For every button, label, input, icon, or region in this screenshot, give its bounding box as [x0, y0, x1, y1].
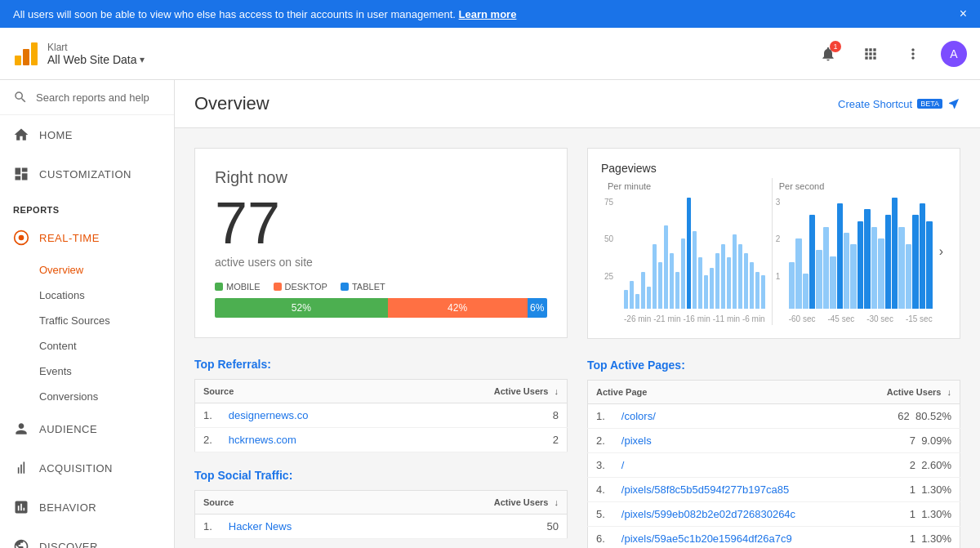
left-column: Right now 77 active users on site MOBILE: [194, 148, 568, 548]
sidebar: Search reports and help HOME CUSTOMIZATI…: [0, 80, 175, 548]
sort-icon: ↓: [555, 386, 559, 396]
chart-bar: [630, 281, 634, 309]
acquisition-label: ACQUISITION: [39, 462, 113, 474]
chart-bar: [823, 227, 829, 309]
sidebar-subitem-overview[interactable]: Overview: [0, 257, 174, 283]
rank-cell: 2.: [588, 429, 613, 453]
sidebar-subitem-conversions[interactable]: Conversions: [0, 384, 174, 409]
rank-cell: 6.: [588, 527, 613, 549]
page-link[interactable]: /: [621, 459, 625, 471]
chart-bar: [624, 290, 628, 309]
per-minute-chart: 75 50 25 -26 min -21 min: [601, 194, 772, 325]
svg-rect-2: [31, 42, 38, 65]
chart-bar: [727, 257, 731, 309]
chart-nav[interactable]: ›: [936, 178, 947, 325]
users-cell: 1 1.30%: [856, 502, 960, 527]
page-title: Overview: [194, 93, 270, 114]
social-users-col: Active Users ↓: [392, 491, 568, 515]
social-sort-icon: ↓: [555, 497, 559, 507]
source-link[interactable]: Hacker News: [229, 520, 292, 532]
top-social-title: Top Social Traffic:: [194, 469, 568, 482]
sidebar-subitem-traffic-sources[interactable]: Traffic Sources: [0, 308, 174, 333]
apps-button[interactable]: [856, 39, 885, 69]
device-distribution-bar: 52% 42% 6%: [215, 298, 547, 318]
sidebar-subitem-content[interactable]: Content: [0, 333, 174, 359]
source-link[interactable]: hckrnews.com: [229, 434, 296, 446]
svg-rect-1: [23, 49, 29, 65]
chart-bar: [733, 234, 737, 309]
chart-bar: [912, 215, 918, 309]
chart-bar: [693, 231, 697, 309]
referrals-users-col: Active Users ↓: [408, 380, 568, 403]
users-cell: 7 9.09%: [856, 429, 960, 453]
notification-badge: 1: [830, 41, 841, 52]
table-row: 6. /pixels/59ae5c1b20e15964df26a7c9 1 1.…: [588, 527, 960, 549]
svg-point-4: [19, 235, 24, 241]
sidebar-item-discover[interactable]: DISCOVER: [0, 527, 174, 548]
desktop-dot: [274, 283, 282, 291]
chart-bar: [926, 221, 932, 309]
discover-icon: [13, 538, 29, 548]
sidebar-item-customization[interactable]: CUSTOMIZATION: [0, 154, 174, 194]
source-link[interactable]: designernews.co: [229, 409, 309, 421]
chart-bar: [920, 203, 925, 309]
page-link[interactable]: /pixels: [621, 434, 652, 447]
source-cell: designernews.co: [220, 403, 408, 428]
sidebar-item-behavior[interactable]: BEHAVIOR: [0, 488, 174, 527]
users-cell: 62 80.52%: [856, 404, 960, 429]
rank-cell: 1.: [195, 403, 220, 428]
chart-bar: [664, 225, 668, 309]
sidebar-item-audience[interactable]: AUDIENCE: [0, 409, 174, 448]
sidebar-subitem-locations[interactable]: Locations: [0, 283, 174, 308]
chart-bar: [795, 238, 801, 309]
per-minute-label: Per minute: [601, 178, 772, 194]
right-column: Pageviews Per minute 75 50 25: [587, 148, 960, 548]
chart-bar: [850, 244, 856, 309]
rank-cell: 3.: [588, 453, 613, 478]
chart-bar: [641, 272, 645, 309]
users-cell: 8: [408, 403, 568, 428]
account-selector[interactable]: All Web Site Data ▾: [47, 53, 145, 66]
close-notification-button[interactable]: ×: [960, 7, 967, 21]
chart-bar: [871, 227, 877, 309]
page-link[interactable]: /colors/: [621, 410, 656, 422]
create-shortcut-button[interactable]: Create Shortcut BETA: [838, 97, 960, 110]
table-row: 1. /colors/ 62 80.52%: [588, 404, 960, 429]
sidebar-item-home[interactable]: HOME: [0, 115, 174, 154]
per-second-chart: 3 2 1 -60 sec -45 sec: [773, 194, 936, 325]
table-row: 1. designernews.co 8: [195, 403, 568, 428]
sidebar-item-acquisition[interactable]: ACQUISITION: [0, 448, 174, 488]
table-row: 2. hckrnews.com 2: [195, 428, 568, 452]
notifications-button[interactable]: 1: [813, 39, 843, 69]
user-avatar[interactable]: A: [941, 41, 967, 67]
brand-name: Klart: [47, 42, 145, 53]
learn-more-link[interactable]: Learn more: [459, 8, 517, 20]
rank-cell: 1.: [588, 404, 613, 429]
table-row: 3. / 2 2.60%: [588, 453, 960, 478]
chart-bar: [878, 238, 884, 309]
page-cell: /: [613, 453, 856, 478]
notification-bar: All users will soon be able to view who …: [0, 0, 980, 28]
table-row: 1. Hacker News 50: [195, 515, 568, 539]
page-cell: /colors/: [613, 404, 856, 429]
analytics-logo-icon: [13, 41, 39, 67]
page-link[interactable]: /pixels/58f8c5b5d594f277b197ca85: [621, 483, 789, 496]
sidebar-subitem-events[interactable]: Events: [0, 359, 174, 384]
page-cell: /pixels/599eb082b2e02d726830264c: [613, 502, 856, 527]
page-link[interactable]: /pixels/59ae5c1b20e15964df26a7c9: [621, 532, 792, 545]
chart-bar: [710, 268, 714, 309]
home-label: HOME: [39, 129, 73, 141]
behavior-icon: [13, 499, 29, 515]
page-link[interactable]: /pixels/599eb082b2e02d726830264c: [621, 508, 795, 520]
chart-bar: [647, 287, 651, 309]
tablet-label: TABLET: [352, 282, 385, 292]
active-page-col: Active Page: [588, 381, 857, 404]
more-options-button[interactable]: [898, 39, 928, 69]
chart-bar: [837, 203, 843, 309]
sidebar-search[interactable]: Search reports and help: [0, 80, 174, 115]
account-dropdown-arrow: ▾: [140, 54, 145, 65]
chart-bar: [738, 244, 742, 309]
sidebar-item-real-time[interactable]: REAL-TIME: [0, 218, 174, 257]
customization-icon: [13, 166, 29, 182]
rank-cell: 2.: [195, 428, 220, 452]
